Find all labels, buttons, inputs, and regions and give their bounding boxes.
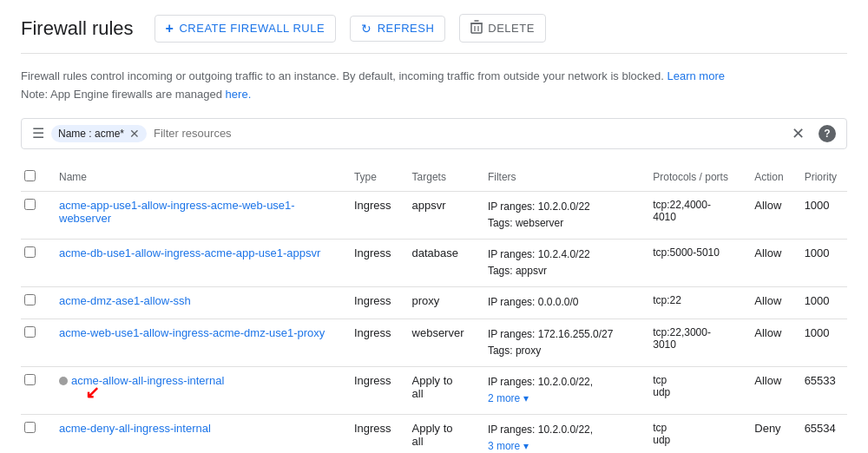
header-row: Firewall rules + CREATE FIREWALL RULE ↻ … (21, 14, 847, 54)
refresh-icon: ↻ (361, 22, 372, 36)
row-checkbox-cell (21, 366, 49, 414)
header-priority: Priority (794, 163, 847, 192)
row-action-cell: Allow (744, 191, 793, 239)
here-link[interactable]: here. (226, 88, 252, 101)
row-filters-cell: IP ranges: 10.2.0.0/22, 2 more ▾ (477, 366, 642, 414)
rule-name-link[interactable]: acme-dmz-ase1-allow-ssh (59, 294, 191, 307)
row-protocols-cell: tcp:5000-5010 (642, 239, 744, 286)
row-priority-cell: 1000 (794, 287, 847, 318)
table-row: acme-web-use1-allow-ingress-acme-dmz-use… (21, 318, 847, 366)
row-name-cell: acme-app-use1-allow-ingress-acme-web-use… (49, 191, 344, 239)
row-type-cell: Ingress (344, 415, 402, 453)
row-checkbox[interactable] (24, 246, 36, 258)
row-name-cell: acme-deny-all-ingress-internal (49, 415, 344, 453)
row-action-cell: Allow (744, 318, 793, 366)
row-priority-cell: 65533 (794, 366, 847, 414)
row-name-cell: acme-web-use1-allow-ingress-acme-dmz-use… (49, 318, 344, 366)
help-icon[interactable]: ? (819, 125, 836, 142)
header-checkbox-cell (21, 163, 49, 192)
row-type-cell: Ingress (344, 366, 402, 414)
row-filters-cell: IP ranges: 10.2.0.0/22, 3 more ▾ (477, 415, 642, 453)
filter-chip-close-icon[interactable]: ✕ (129, 127, 140, 141)
row-filters-cell: IP ranges: 10.2.4.0/22Tags: appsvr (477, 239, 642, 286)
header-type: Type (344, 163, 402, 192)
plus-icon: + (166, 21, 174, 36)
row-filters-cell: IP ranges: 0.0.0.0/0 (477, 287, 642, 318)
filter-input[interactable] (154, 127, 785, 140)
row-protocols-cell: tcp:22,4000-4010 (642, 191, 744, 239)
rule-name-link[interactable]: acme-db-use1-allow-ingress-acme-app-use1… (59, 246, 320, 259)
filter-chip[interactable]: Name : acme* ✕ (51, 125, 147, 142)
delete-button[interactable]: DELETE (459, 14, 546, 43)
row-targets-cell: webserver (402, 318, 477, 366)
row-checkbox-cell (21, 318, 49, 366)
page-container: Firewall rules + CREATE FIREWALL RULE ↻ … (0, 0, 868, 453)
filter-bar: ☰ Name : acme* ✕ ✕ ? (21, 118, 847, 149)
page-title: Firewall rules (21, 17, 134, 40)
rule-name-link[interactable]: acme-deny-all-ingress-internal (59, 422, 211, 435)
row-protocols-cell: tcp:22 (642, 287, 744, 318)
table-row: acme-dmz-ase1-allow-sshIngressproxyIP ra… (21, 287, 847, 318)
rule-name-link[interactable]: acme-web-use1-allow-ingress-acme-dmz-use… (59, 326, 325, 339)
header-protocols: Protocols / ports (642, 163, 744, 192)
row-priority-cell: 1000 (794, 191, 847, 239)
row-type-cell: Ingress (344, 191, 402, 239)
header-targets: Targets (402, 163, 477, 192)
row-protocols-cell: tcp:22,3000-3010 (642, 318, 744, 366)
row-name-cell: acme-dmz-ase1-allow-ssh (49, 287, 344, 318)
select-all-checkbox[interactable] (24, 170, 36, 181)
row-targets-cell: database (402, 239, 477, 286)
row-priority-cell: 1000 (794, 239, 847, 286)
row-targets-cell: Apply to all (402, 366, 477, 414)
header-filters: Filters (477, 163, 642, 192)
row-targets-cell: appsvr (402, 191, 477, 239)
svg-rect-0 (471, 23, 482, 33)
top-arrow-annotation: ↙ (85, 382, 100, 403)
indicator-dot (59, 377, 68, 385)
trash-icon (470, 20, 483, 36)
firewall-rules-table: Name Type Targets Filters Protocols / po… (21, 163, 847, 453)
row-checkbox-cell (21, 287, 49, 318)
row-type-cell: Ingress (344, 318, 402, 366)
row-targets-cell: Apply to all (402, 415, 477, 453)
header-action: Action (744, 163, 793, 192)
row-protocols-cell: tcpudp (642, 366, 744, 414)
row-checkbox[interactable] (24, 294, 36, 305)
row-priority-cell: 1000 (794, 318, 847, 366)
row-checkbox[interactable] (24, 326, 36, 338)
filters-more-button[interactable]: 3 more ▾ (488, 440, 529, 452)
table-row: acme-allow-all-ingress-internal↙IngressA… (21, 366, 847, 414)
row-action-cell: Deny (744, 415, 793, 453)
row-action-cell: Allow (744, 366, 793, 414)
row-checkbox[interactable] (24, 422, 36, 433)
learn-more-link[interactable]: Learn more (667, 69, 725, 82)
row-targets-cell: proxy (402, 287, 477, 318)
row-checkbox[interactable] (24, 374, 36, 385)
row-filters-cell: IP ranges: 172.16.255.0/27Tags: proxy (477, 318, 642, 366)
row-action-cell: Allow (744, 239, 793, 286)
table-row: acme-db-use1-allow-ingress-acme-app-use1… (21, 239, 847, 286)
description-text: Firewall rules control incoming or outgo… (21, 68, 847, 104)
row-action-cell: Allow (744, 287, 793, 318)
rule-name-link[interactable]: acme-app-use1-allow-ingress-acme-web-use… (59, 199, 295, 225)
row-checkbox[interactable] (24, 199, 36, 210)
table-row: acme-app-use1-allow-ingress-acme-web-use… (21, 191, 847, 239)
row-name-cell: acme-allow-all-ingress-internal↙ (49, 366, 344, 414)
filters-more-button[interactable]: 2 more ▾ (488, 392, 529, 404)
row-type-cell: Ingress (344, 239, 402, 286)
row-checkbox-cell (21, 191, 49, 239)
row-priority-cell: 65534 (794, 415, 847, 453)
row-checkbox-cell (21, 415, 49, 453)
filter-menu-icon[interactable]: ☰ (32, 125, 44, 141)
row-type-cell: Ingress (344, 287, 402, 318)
row-name-cell: acme-db-use1-allow-ingress-acme-app-use1… (49, 239, 344, 286)
table-row: acme-deny-all-ingress-internalIngressApp… (21, 415, 847, 453)
refresh-button[interactable]: ↻ REFRESH (350, 16, 445, 42)
row-filters-cell: IP ranges: 10.2.0.0/22Tags: webserver (477, 191, 642, 239)
row-protocols-cell: tcpudp (642, 415, 744, 453)
header-name: Name (49, 163, 344, 192)
note-text: Note: App Engine firewalls are managed h… (21, 88, 251, 101)
table-header-row: Name Type Targets Filters Protocols / po… (21, 163, 847, 192)
filter-clear-icon[interactable]: ✕ (792, 124, 805, 143)
create-firewall-rule-button[interactable]: + CREATE FIREWALL RULE (155, 15, 337, 43)
